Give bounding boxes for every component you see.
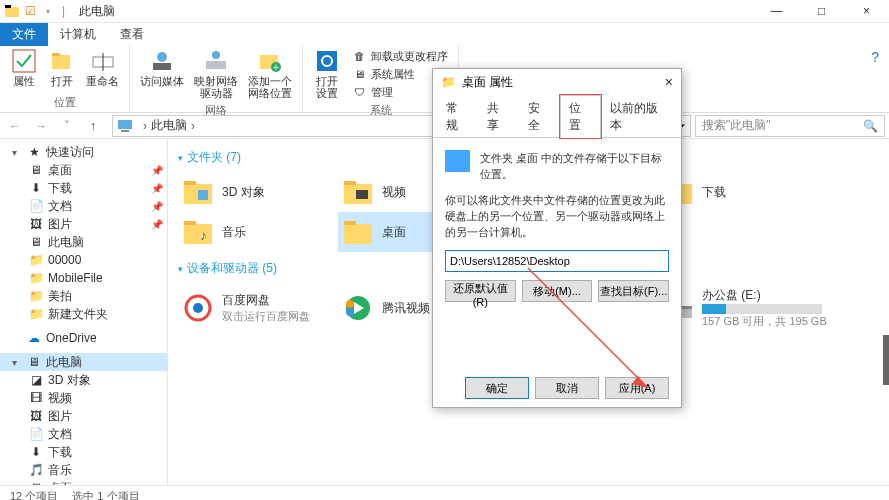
svg-rect-0 bbox=[5, 7, 19, 17]
tab-view[interactable]: 查看 bbox=[108, 23, 156, 46]
tab-computer[interactable]: 计算机 bbox=[48, 23, 108, 46]
device-baidu[interactable]: 百度网盘双击运行百度网盘 bbox=[178, 283, 338, 333]
location-folder-icon bbox=[445, 150, 470, 172]
uninstall-button[interactable]: 🗑卸载或更改程序 bbox=[347, 47, 452, 65]
folder-music[interactable]: ♪ 音乐 bbox=[178, 212, 338, 252]
svg-rect-16 bbox=[118, 120, 132, 129]
path-input[interactable] bbox=[445, 250, 669, 272]
svg-rect-20 bbox=[198, 190, 208, 200]
folder-3d[interactable]: 3D 对象 bbox=[178, 172, 338, 212]
sidebar-item-meipai[interactable]: 📁美拍 bbox=[0, 287, 167, 305]
scrollbar[interactable] bbox=[883, 335, 889, 385]
map-drive-button[interactable]: 映射网络 驱动器 bbox=[190, 47, 242, 101]
svg-rect-1 bbox=[5, 5, 11, 8]
sidebar-item-newfolder[interactable]: 📁新建文件夹 bbox=[0, 305, 167, 323]
sidebar-item-documents2[interactable]: 📄文档 bbox=[0, 425, 167, 443]
picture-icon: 🖼 bbox=[28, 216, 44, 232]
dialog-close-button[interactable]: × bbox=[665, 74, 673, 90]
sidebar-item-documents[interactable]: 📄文档📌 bbox=[0, 197, 167, 215]
status-selected: 选中 1 个项目 bbox=[72, 489, 139, 500]
svg-rect-3 bbox=[52, 55, 70, 69]
tab-previous[interactable]: 以前的版本 bbox=[601, 95, 677, 138]
close-button[interactable]: × bbox=[844, 0, 889, 23]
svg-text:♪: ♪ bbox=[200, 227, 207, 243]
properties-dialog: 📁 桌面 属性 × 常规 共享 安全 位置 以前的版本 文件夹 桌面 中的文件存… bbox=[432, 68, 682, 408]
chevron-right-icon[interactable]: › bbox=[191, 119, 195, 133]
tab-general[interactable]: 常规 bbox=[437, 95, 478, 138]
dialog-desc1: 文件夹 桌面 中的文件存储于以下目标位置。 bbox=[480, 150, 669, 182]
search-input[interactable]: 搜索"此电脑" 🔍 bbox=[695, 115, 885, 137]
folder-video-icon bbox=[342, 176, 374, 208]
svg-rect-17 bbox=[121, 130, 129, 132]
breadcrumb[interactable]: 此电脑 bbox=[151, 117, 187, 134]
sidebar-item-downloads2[interactable]: ⬇下载 bbox=[0, 443, 167, 461]
svg-rect-14 bbox=[317, 51, 337, 71]
move-button[interactable]: 移动(M)... bbox=[522, 280, 593, 302]
up-button[interactable]: ↑ bbox=[82, 119, 104, 133]
sidebar-item-pictures[interactable]: 🖼图片📌 bbox=[0, 215, 167, 233]
properties-button[interactable]: 属性 bbox=[6, 47, 42, 93]
drive-network-icon bbox=[204, 49, 228, 73]
open-icon bbox=[50, 49, 74, 73]
tab-file[interactable]: 文件 bbox=[0, 23, 48, 46]
chevron-right-icon[interactable]: › bbox=[143, 119, 147, 133]
svg-rect-4 bbox=[52, 53, 60, 56]
separator: | bbox=[62, 4, 65, 18]
pin-icon: 📌 bbox=[151, 201, 163, 212]
sidebar-item-mobilefile[interactable]: 📁MobileFile bbox=[0, 269, 167, 287]
media-button[interactable]: 访问媒体 bbox=[136, 47, 188, 101]
find-target-button[interactable]: 查找目标(F)... bbox=[598, 280, 669, 302]
rename-button[interactable]: 重命名 bbox=[82, 47, 123, 93]
sidebar-item-3d[interactable]: ◪3D 对象 bbox=[0, 371, 167, 389]
tab-security[interactable]: 安全 bbox=[519, 95, 560, 138]
pc-icon: 🖥 bbox=[28, 234, 44, 250]
forward-button[interactable]: → bbox=[30, 119, 52, 133]
sidebar-quick-access[interactable]: ▾★快速访问 bbox=[0, 143, 167, 161]
pc-icon: 🖥 bbox=[26, 354, 42, 370]
restore-button[interactable]: 还原默认值(R) bbox=[445, 280, 516, 302]
add-netloc-button[interactable]: + 添加一个 网络位置 bbox=[244, 47, 296, 101]
pin-icon: 📌 bbox=[151, 219, 163, 230]
open-settings-button[interactable]: 打开 设置 bbox=[309, 47, 345, 101]
svg-point-10 bbox=[212, 51, 220, 59]
sidebar-onedrive[interactable]: ☁OneDrive bbox=[0, 329, 167, 347]
sidebar-item-desktop[interactable]: 🖥桌面📌 bbox=[0, 161, 167, 179]
svg-rect-23 bbox=[356, 190, 368, 199]
maximize-button[interactable]: □ bbox=[799, 0, 844, 23]
folder-desktop-icon bbox=[342, 216, 374, 248]
device-drive-e[interactable]: 办公盘 (E:) 157 GB 可用，共 195 GB bbox=[658, 283, 838, 333]
sidebar-item-downloads[interactable]: ⬇下载📌 bbox=[0, 179, 167, 197]
tab-location[interactable]: 位置 bbox=[560, 95, 601, 138]
sidebar-item-thispc-q[interactable]: 🖥此电脑 bbox=[0, 233, 167, 251]
open-button[interactable]: 打开 bbox=[44, 47, 80, 93]
document-icon: 📄 bbox=[28, 198, 44, 214]
qat-dropdown-icon[interactable]: ▾ bbox=[40, 3, 56, 19]
back-button[interactable]: ← bbox=[4, 119, 26, 133]
ribbon-help-icon[interactable]: ? bbox=[861, 45, 889, 112]
apply-button[interactable]: 应用(A) bbox=[605, 377, 669, 399]
dialog-titlebar[interactable]: 📁 桌面 属性 × bbox=[433, 69, 681, 95]
sidebar-thispc[interactable]: ▾🖥此电脑 bbox=[0, 353, 167, 371]
svg-rect-27 bbox=[184, 221, 196, 225]
dialog-desc2: 你可以将此文件夹中文件存储的位置更改为此硬盘上的另一个位置、另一个驱动器或网络上… bbox=[445, 192, 669, 240]
search-placeholder: 搜索"此电脑" bbox=[702, 117, 771, 134]
qat-checkbox-icon[interactable]: ☑ bbox=[22, 3, 38, 19]
ok-button[interactable]: 确定 bbox=[465, 377, 529, 399]
rename-icon bbox=[91, 49, 115, 73]
titlebar: ☑ ▾ | 此电脑 — □ × bbox=[0, 0, 889, 23]
recent-dropdown[interactable]: ˅ bbox=[56, 119, 78, 133]
folder-icon: 📁 bbox=[28, 306, 44, 322]
sidebar-item-desktop2[interactable]: 🖥桌面 bbox=[0, 479, 167, 485]
desktop-icon: 🖥 bbox=[28, 480, 44, 485]
sidebar-item-00000[interactable]: 📁00000 bbox=[0, 251, 167, 269]
cancel-button[interactable]: 取消 bbox=[535, 377, 599, 399]
sidebar-item-pictures2[interactable]: 🖼图片 bbox=[0, 407, 167, 425]
tab-share[interactable]: 共享 bbox=[478, 95, 519, 138]
minimize-button[interactable]: — bbox=[754, 0, 799, 23]
folder-download[interactable]: 下载 bbox=[658, 172, 818, 212]
music-icon: 🎵 bbox=[28, 462, 44, 478]
sidebar-item-music[interactable]: 🎵音乐 bbox=[0, 461, 167, 479]
sidebar-item-video[interactable]: 🎞视频 bbox=[0, 389, 167, 407]
folder-icon: 📁 bbox=[28, 252, 44, 268]
shield-icon: 🛡 bbox=[351, 84, 367, 100]
